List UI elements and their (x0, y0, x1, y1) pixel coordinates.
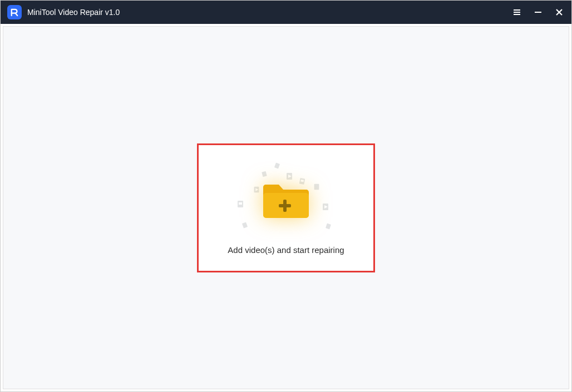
particle-icon (240, 221, 249, 229)
app-logo-icon (7, 5, 22, 19)
folder-plus-icon (261, 180, 311, 220)
menu-icon[interactable] (511, 7, 522, 18)
content-area: Add video(s) and start repairing (3, 26, 569, 389)
particle-icon (253, 186, 260, 193)
svg-rect-7 (239, 202, 242, 205)
svg-rect-20 (326, 224, 331, 230)
particle-icon (321, 202, 330, 211)
titlebar: MiniTool Video Repair v1.0 (1, 1, 571, 24)
svg-rect-11 (274, 162, 280, 168)
svg-rect-16 (314, 184, 319, 190)
svg-rect-23 (279, 204, 291, 207)
close-icon[interactable] (554, 7, 565, 18)
svg-rect-19 (242, 222, 248, 228)
svg-rect-1 (514, 12, 520, 13)
particle-icon (260, 170, 269, 178)
particle-icon (236, 200, 245, 209)
add-video-dropzone[interactable]: Add video(s) and start repairing (197, 143, 375, 272)
particle-icon (313, 183, 320, 191)
app-window: MiniTool Video Repair v1.0 (0, 0, 572, 392)
app-title: MiniTool Video Repair v1.0 (27, 8, 120, 17)
particle-icon (273, 161, 281, 170)
particle-icon (324, 222, 332, 230)
folder-illustration (230, 161, 342, 239)
minimize-icon[interactable] (532, 7, 544, 18)
svg-rect-0 (514, 9, 520, 11)
window-controls (511, 7, 565, 18)
svg-rect-2 (514, 14, 520, 15)
svg-rect-3 (535, 12, 541, 13)
dropzone-label: Add video(s) and start repairing (228, 245, 344, 255)
svg-rect-10 (262, 171, 267, 177)
